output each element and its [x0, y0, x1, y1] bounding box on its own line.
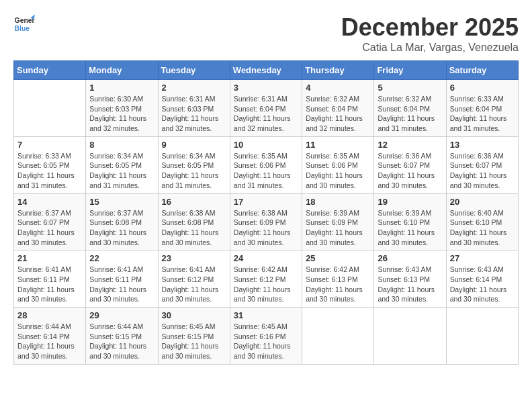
calendar-cell: 27Sunrise: 6:43 AMSunset: 6:14 PMDayligh… [446, 250, 518, 308]
day-info: Sunrise: 6:38 AMSunset: 6:09 PMDaylight:… [234, 208, 298, 248]
day-number: 30 [162, 310, 226, 320]
calendar-table: SundayMondayTuesdayWednesdayThursdayFrid… [13, 60, 519, 365]
day-number: 15 [89, 197, 154, 207]
calendar-cell: 28Sunrise: 6:44 AMSunset: 6:14 PMDayligh… [14, 308, 86, 365]
day-info: Sunrise: 6:42 AMSunset: 6:13 PMDaylight:… [306, 265, 370, 304]
day-info: Sunrise: 6:44 AMSunset: 6:14 PMDaylight:… [17, 322, 82, 361]
weekday-header-saturday: Saturday [446, 61, 518, 80]
calendar-cell: 18Sunrise: 6:39 AMSunset: 6:09 PMDayligh… [302, 193, 374, 250]
day-number: 26 [378, 253, 442, 263]
day-number: 24 [234, 253, 298, 263]
weekday-header-wednesday: Wednesday [230, 61, 302, 80]
calendar-cell: 8Sunrise: 6:34 AMSunset: 6:05 PMDaylight… [86, 136, 158, 193]
day-info: Sunrise: 6:30 AMSunset: 6:03 PMDaylight:… [89, 94, 154, 134]
day-info: Sunrise: 6:34 AMSunset: 6:05 PMDaylight:… [162, 151, 226, 191]
calendar-cell: 30Sunrise: 6:45 AMSunset: 6:15 PMDayligh… [158, 308, 230, 365]
calendar-cell: 2Sunrise: 6:31 AMSunset: 6:03 PMDaylight… [158, 80, 230, 137]
day-number: 28 [17, 310, 82, 320]
month-title: December 2025 [341, 13, 519, 42]
calendar-cell: 11Sunrise: 6:35 AMSunset: 6:06 PMDayligh… [302, 136, 374, 193]
calendar-cell [302, 308, 374, 365]
calendar-cell: 6Sunrise: 6:33 AMSunset: 6:04 PMDaylight… [446, 80, 518, 137]
day-number: 22 [89, 253, 154, 263]
day-number: 21 [17, 253, 82, 263]
day-number: 4 [306, 83, 370, 93]
calendar-cell [374, 308, 446, 365]
day-info: Sunrise: 6:34 AMSunset: 6:05 PMDaylight:… [89, 151, 154, 191]
day-info: Sunrise: 6:45 AMSunset: 6:15 PMDaylight:… [162, 322, 226, 361]
day-info: Sunrise: 6:35 AMSunset: 6:06 PMDaylight:… [306, 151, 370, 191]
day-number: 1 [89, 83, 154, 93]
calendar-cell: 14Sunrise: 6:37 AMSunset: 6:07 PMDayligh… [14, 193, 86, 250]
day-info: Sunrise: 6:45 AMSunset: 6:16 PMDaylight:… [234, 322, 298, 361]
day-number: 2 [162, 83, 226, 93]
day-info: Sunrise: 6:31 AMSunset: 6:04 PMDaylight:… [234, 94, 298, 134]
calendar-cell: 7Sunrise: 6:33 AMSunset: 6:05 PMDaylight… [14, 136, 86, 193]
day-number: 12 [378, 140, 442, 150]
calendar-cell: 24Sunrise: 6:42 AMSunset: 6:12 PMDayligh… [230, 250, 302, 308]
day-info: Sunrise: 6:31 AMSunset: 6:03 PMDaylight:… [162, 94, 226, 134]
day-number: 18 [306, 197, 370, 207]
calendar-cell: 16Sunrise: 6:38 AMSunset: 6:08 PMDayligh… [158, 193, 230, 250]
day-info: Sunrise: 6:43 AMSunset: 6:14 PMDaylight:… [450, 265, 515, 304]
day-info: Sunrise: 6:37 AMSunset: 6:08 PMDaylight:… [89, 208, 154, 248]
logo-icon: General Blue [13, 13, 35, 35]
calendar-week-4: 21Sunrise: 6:41 AMSunset: 6:11 PMDayligh… [14, 250, 519, 308]
day-info: Sunrise: 6:32 AMSunset: 6:04 PMDaylight:… [306, 94, 370, 134]
day-number: 8 [89, 140, 154, 150]
calendar-cell [14, 80, 86, 137]
calendar-cell: 3Sunrise: 6:31 AMSunset: 6:04 PMDaylight… [230, 80, 302, 137]
day-info: Sunrise: 6:32 AMSunset: 6:04 PMDaylight:… [378, 94, 442, 134]
day-info: Sunrise: 6:42 AMSunset: 6:12 PMDaylight:… [234, 265, 298, 304]
day-number: 9 [162, 140, 226, 150]
day-number: 16 [162, 197, 226, 207]
day-number: 5 [378, 83, 442, 93]
svg-text:Blue: Blue [15, 25, 30, 32]
calendar-week-2: 7Sunrise: 6:33 AMSunset: 6:05 PMDaylight… [14, 136, 519, 193]
day-info: Sunrise: 6:41 AMSunset: 6:11 PMDaylight:… [89, 265, 154, 304]
weekday-header-monday: Monday [86, 61, 158, 80]
calendar-cell: 17Sunrise: 6:38 AMSunset: 6:09 PMDayligh… [230, 193, 302, 250]
day-number: 29 [89, 310, 154, 320]
weekday-header-thursday: Thursday [302, 61, 374, 80]
day-number: 11 [306, 140, 370, 150]
calendar-week-3: 14Sunrise: 6:37 AMSunset: 6:07 PMDayligh… [14, 193, 519, 250]
weekday-header-sunday: Sunday [14, 61, 86, 80]
day-info: Sunrise: 6:39 AMSunset: 6:09 PMDaylight:… [306, 208, 370, 248]
calendar-cell: 29Sunrise: 6:44 AMSunset: 6:15 PMDayligh… [86, 308, 158, 365]
day-info: Sunrise: 6:33 AMSunset: 6:04 PMDaylight:… [450, 94, 515, 134]
day-number: 25 [306, 253, 370, 263]
calendar-cell [446, 308, 518, 365]
calendar-cell: 20Sunrise: 6:40 AMSunset: 6:10 PMDayligh… [446, 193, 518, 250]
calendar-cell: 21Sunrise: 6:41 AMSunset: 6:11 PMDayligh… [14, 250, 86, 308]
day-info: Sunrise: 6:39 AMSunset: 6:10 PMDaylight:… [378, 208, 442, 248]
calendar-cell: 13Sunrise: 6:36 AMSunset: 6:07 PMDayligh… [446, 136, 518, 193]
day-info: Sunrise: 6:44 AMSunset: 6:15 PMDaylight:… [89, 322, 154, 361]
day-number: 7 [17, 140, 82, 150]
day-number: 20 [450, 197, 515, 207]
calendar-cell: 9Sunrise: 6:34 AMSunset: 6:05 PMDaylight… [158, 136, 230, 193]
day-number: 27 [450, 253, 515, 263]
day-info: Sunrise: 6:36 AMSunset: 6:07 PMDaylight:… [450, 151, 515, 191]
day-info: Sunrise: 6:36 AMSunset: 6:07 PMDaylight:… [378, 151, 442, 191]
location-subtitle: Catia La Mar, Vargas, Venezuela [341, 42, 519, 54]
calendar-week-1: 1Sunrise: 6:30 AMSunset: 6:03 PMDaylight… [14, 80, 519, 137]
calendar-cell: 4Sunrise: 6:32 AMSunset: 6:04 PMDaylight… [302, 80, 374, 137]
day-number: 14 [17, 197, 82, 207]
calendar-cell: 10Sunrise: 6:35 AMSunset: 6:06 PMDayligh… [230, 136, 302, 193]
logo: General Blue [13, 13, 35, 35]
weekday-header-friday: Friday [374, 61, 446, 80]
calendar-cell: 5Sunrise: 6:32 AMSunset: 6:04 PMDaylight… [374, 80, 446, 137]
calendar-cell: 25Sunrise: 6:42 AMSunset: 6:13 PMDayligh… [302, 250, 374, 308]
calendar-cell: 26Sunrise: 6:43 AMSunset: 6:13 PMDayligh… [374, 250, 446, 308]
calendar-cell: 1Sunrise: 6:30 AMSunset: 6:03 PMDaylight… [86, 80, 158, 137]
day-info: Sunrise: 6:37 AMSunset: 6:07 PMDaylight:… [17, 208, 82, 248]
weekday-header-tuesday: Tuesday [158, 61, 230, 80]
day-info: Sunrise: 6:40 AMSunset: 6:10 PMDaylight:… [450, 208, 515, 248]
day-number: 17 [234, 197, 298, 207]
calendar-header-row: SundayMondayTuesdayWednesdayThursdayFrid… [14, 61, 519, 80]
day-number: 23 [162, 253, 226, 263]
day-number: 6 [450, 83, 515, 93]
calendar-body: 1Sunrise: 6:30 AMSunset: 6:03 PMDaylight… [14, 80, 519, 365]
calendar-cell: 12Sunrise: 6:36 AMSunset: 6:07 PMDayligh… [374, 136, 446, 193]
